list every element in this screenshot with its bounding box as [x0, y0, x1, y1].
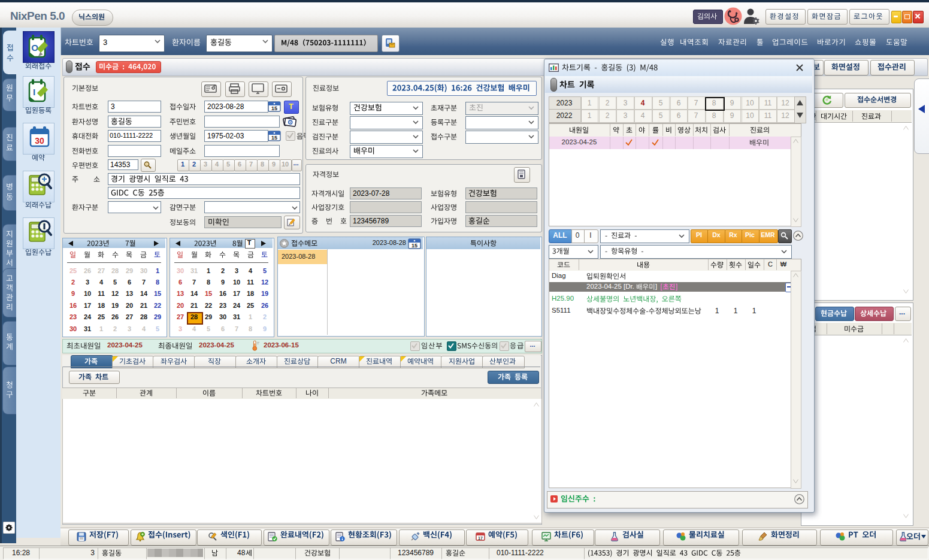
svg-text:15: 15 — [271, 105, 277, 111]
svg-text:O: O — [31, 43, 38, 53]
svg-text:I: I — [33, 87, 35, 97]
svg-text:17: 17 — [478, 536, 483, 540]
svg-text:15: 15 — [411, 243, 417, 249]
svg-text:30: 30 — [35, 136, 44, 146]
svg-text:15: 15 — [271, 135, 277, 141]
